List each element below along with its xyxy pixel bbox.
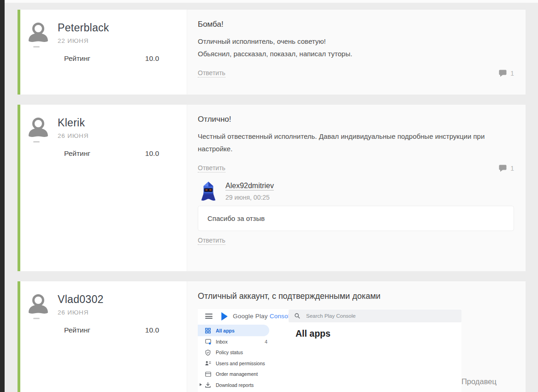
comment-count-value: 1 [510,165,514,172]
expand-caret-icon [200,383,202,386]
review-card: Peterblack 22 ИЮНЯ Рейтинг 10.0 Бомба! О… [18,10,526,95]
sidebar-item-label: Inbox [216,339,228,344]
inbox-icon [205,339,211,345]
shield-check-icon [205,349,211,356]
user-avatar-icon [27,116,50,139]
reply-message: Спасибо за отзыв [198,206,514,231]
seller-heading: Продавец [461,377,497,386]
sidebar-item-order-management: Order management [198,369,289,380]
comment-count-badge[interactable]: 1 [499,70,514,77]
avatar-dash [33,141,40,143]
review-date: 26 ИЮНЯ [58,309,104,316]
review-author-panel: Vlad0302 26 ИЮНЯ Рейтинг 10.0 [20,281,187,392]
left-dark-edge [0,0,5,392]
inbox-badge: 4 [265,339,267,344]
review-title: Бомба! [198,20,514,29]
comment-count-value: 1 [510,70,514,77]
review-author-name[interactable]: Klerik [58,117,89,129]
reviews-page: { "colors": { "accent_green": "#96c15c",… [0,0,538,392]
screenshot-attachment[interactable]: Google PlayConsole Search Play Console [198,309,461,392]
rating-label: Рейтинг [64,149,90,158]
review-date: 22 ИЮНЯ [58,37,109,44]
top-strip [5,0,538,3]
order-card-icon [205,371,211,377]
reviews-list: Peterblack 22 ИЮНЯ Рейтинг 10.0 Бомба! О… [18,10,526,392]
search-placeholder: Search Play Console [306,313,355,319]
grid-icon [205,327,211,334]
avatar-dash [33,46,40,48]
play-console-header: Google PlayConsole Search Play Console [198,309,461,323]
user-avatar-icon [27,21,50,44]
play-console-brand: Google PlayConsole [233,313,293,320]
users-icon [205,360,211,367]
sidebar-item-label: Users and permissions [216,361,265,366]
sidebar-item-label: Download reports [216,382,254,388]
review-body-line: Обьяснил, рассказал, показал, написал ту… [198,48,514,60]
review-content: Бомба! Отличный исполнитель, очень совет… [187,10,526,95]
avatar-dash [33,318,40,319]
play-console-page-title: All apps [296,328,331,339]
rating-value: 10.0 [145,149,159,158]
menu-icon [205,313,213,320]
review-card: Klerik 26 ИЮНЯ Рейтинг 10.0 Отлично! Чес… [18,105,526,271]
sidebar-item-label: Policy status [216,350,243,355]
reply-date: 29 июня, 00:25 [225,194,274,201]
reply-link[interactable]: Ответить [198,237,225,245]
review-author-name[interactable]: Vlad0302 [58,293,104,306]
rating-label: Рейтинг [64,326,90,334]
review-title: Отлично! [198,115,514,124]
review-title: Отличный аккаунт, с подтвержденными дока… [198,291,514,301]
sidebar-item-label: All apps [216,328,235,333]
sidebar-item-inbox: Inbox 4 [198,336,289,347]
brand-google-play: Google Play [233,313,268,320]
sidebar-item-policy-status: Policy status [198,347,289,358]
download-icon [205,382,211,388]
review-date: 26 ИЮНЯ [58,132,89,139]
rating-value: 10.0 [145,326,159,334]
seller-reply: Alex92dmitriev 29 июня, 00:25 [198,181,514,202]
sidebar-item-label: Order management [216,371,258,377]
reply-author-link[interactable]: Alex92dmitriev [225,182,274,190]
comment-icon [499,165,507,172]
review-body-line: Честный отвественный исполнитель. Давал … [198,130,514,155]
search-icon [295,313,300,319]
review-author-name[interactable]: Peterblack [58,22,109,34]
google-play-logo-icon [220,312,229,321]
reply-link[interactable]: Ответить [198,69,225,77]
sidebar-item-users-permissions: Users and permissions [198,358,289,369]
rating-value: 10.0 [145,54,159,63]
play-console-search-input: Search Play Console [289,309,461,322]
comment-icon [499,70,507,77]
user-avatar-icon [27,292,50,315]
knight-avatar-icon [198,181,219,202]
rating-label: Рейтинг [64,54,90,63]
review-card: Vlad0302 26 ИЮНЯ Рейтинг 10.0 Отличный а… [18,281,526,392]
play-console-sidebar: All apps Inbox 4 [198,325,289,391]
review-author-panel: Peterblack 22 ИЮНЯ Рейтинг 10.0 [20,10,187,95]
reply-link[interactable]: Ответить [198,164,225,172]
review-content: Отлично! Честный отвественный исполнител… [187,105,526,271]
sidebar-item-all-apps: All apps [198,325,269,336]
sidebar-item-download-reports: Download reports [198,380,289,391]
review-author-panel: Klerik 26 ИЮНЯ Рейтинг 10.0 [20,105,187,271]
comment-count-badge[interactable]: 1 [499,165,514,172]
review-body-line: Отличный исполнитель, очень советую! [198,35,514,48]
review-content: Отличный аккаунт, с подтвержденными дока… [187,281,526,392]
